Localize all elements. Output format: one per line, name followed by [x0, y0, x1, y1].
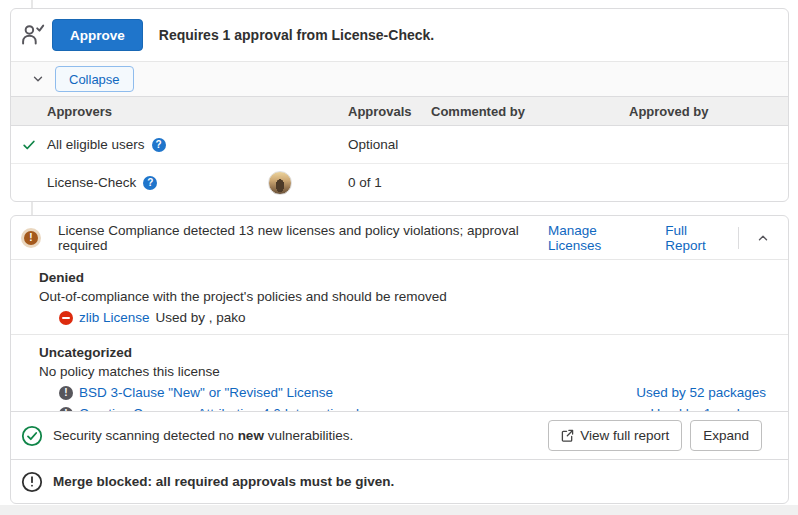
approvals-collapse-bar: Collapse	[11, 61, 788, 96]
list-item: zlib License Used by , pako	[39, 307, 766, 328]
table-row: All eligible users ? Optional	[11, 126, 788, 163]
col-header-commented-by: Commented by	[431, 104, 629, 119]
merge-blocked-message: Merge blocked: all required approvals mu…	[53, 474, 394, 489]
chevron-down-icon[interactable]	[31, 72, 45, 86]
warning-exclamation-icon: !	[24, 231, 38, 245]
collapse-button[interactable]: Collapse	[55, 66, 134, 92]
security-message: Security scanning detected no new vulner…	[53, 428, 353, 443]
uncategorized-section: Uncategorized No policy matches this lic…	[11, 334, 788, 411]
approvers-table-header: Approvers Approvals Commented by Approve…	[11, 96, 788, 126]
view-full-report-button[interactable]: View full report	[548, 420, 682, 451]
help-icon[interactable]: ?	[152, 138, 166, 152]
blocked-exclamation-circle-icon	[21, 471, 43, 493]
merge-blocked-row: Merge blocked: all required approvals mu…	[11, 459, 788, 503]
manage-licenses-link[interactable]: Manage Licenses	[548, 223, 639, 253]
divider	[738, 227, 739, 249]
approver-avatar[interactable]	[268, 171, 292, 195]
security-buttons: View full report Expand	[548, 420, 762, 451]
success-check-circle-icon	[21, 425, 43, 447]
info-exclamation-icon: !	[59, 386, 73, 400]
full-report-link[interactable]: Full Report	[665, 223, 722, 253]
approve-button[interactable]: Approve	[52, 19, 143, 51]
approver-name: License-Check	[47, 175, 136, 190]
denied-license-icon	[59, 311, 73, 325]
license-link[interactable]: zlib License	[79, 307, 150, 328]
approvals-cell: 0 of 1	[348, 175, 431, 190]
list-item: ! BSD 3-Clause "New" or "Revised" Licens…	[39, 382, 766, 403]
approver-name-cell: License-Check ?	[47, 171, 348, 195]
denied-description: Out-of-compliance with the project's pol…	[39, 287, 766, 307]
col-header-approvers: Approvers	[47, 104, 348, 119]
denied-title: Denied	[39, 268, 766, 287]
page-background-strip	[0, 505, 798, 515]
uncategorized-description: No policy matches this license	[39, 362, 766, 382]
info-exclamation-icon: !	[59, 407, 73, 412]
external-link-icon	[561, 429, 574, 442]
security-message-bold: new	[238, 428, 264, 443]
license-compliance-actions: Manage Licenses Full Report	[522, 223, 772, 253]
chevron-up-icon	[756, 231, 770, 245]
check-icon	[22, 138, 36, 152]
denied-section: Denied Out-of-compliance with the projec…	[11, 260, 788, 334]
approval-summary-row: Approve Requires 1 approval from License…	[11, 9, 788, 61]
approvals-cell: Optional	[348, 137, 431, 152]
col-header-approvals: Approvals	[348, 104, 431, 119]
license-used-by-text: Used by , pako	[156, 307, 246, 328]
row-status-cell	[11, 138, 47, 152]
license-compliance-header: ! License Compliance detected 13 new lic…	[11, 216, 788, 259]
approval-requirement-text: Requires 1 approval from License-Check.	[159, 27, 434, 43]
col-header-approved-by: Approved by	[629, 104, 788, 119]
uncategorized-title: Uncategorized	[39, 343, 766, 362]
approval-person-check-icon	[21, 23, 45, 47]
approvals-widget: Approve Requires 1 approval from License…	[10, 8, 789, 202]
expand-button[interactable]: Expand	[690, 420, 762, 451]
security-scanning-row: Security scanning detected no new vulner…	[11, 411, 788, 459]
approver-name: All eligible users	[47, 137, 145, 152]
help-icon[interactable]: ?	[143, 176, 157, 190]
license-link[interactable]: Creative Commons Attribution 4.0 Interna…	[79, 403, 359, 411]
table-row: License-Check ? 0 of 1	[11, 163, 788, 201]
used-by-link[interactable]: Used by 1 package	[650, 403, 766, 411]
mr-reports-widget: ! License Compliance detected 13 new lic…	[10, 215, 789, 504]
collapse-report-button[interactable]	[753, 227, 772, 249]
used-by-link[interactable]: Used by 52 packages	[636, 382, 766, 403]
warning-status-icon: !	[21, 228, 41, 248]
list-item: ! Creative Commons Attribution 4.0 Inter…	[39, 403, 766, 411]
approver-name-cell: All eligible users ?	[47, 137, 348, 152]
license-compliance-summary: License Compliance detected 13 new licen…	[58, 223, 522, 253]
license-link[interactable]: BSD 3-Clause "New" or "Revised" License	[79, 382, 333, 403]
license-report-body: Denied Out-of-compliance with the projec…	[11, 259, 788, 411]
